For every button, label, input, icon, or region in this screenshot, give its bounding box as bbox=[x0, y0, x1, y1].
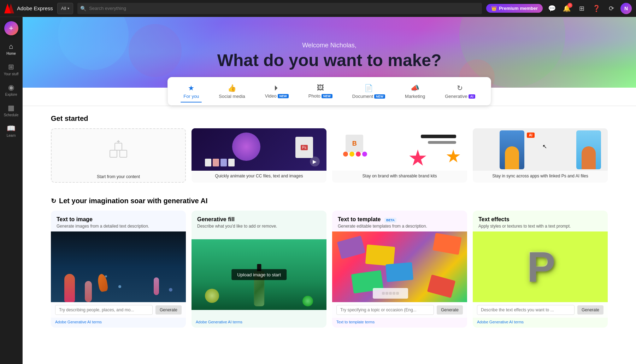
chat-button[interactable]: 💬 bbox=[546, 3, 558, 14]
tabs-inner: ★ For you 👍 Social media ⏵ Video NEW 🖼 bbox=[167, 77, 491, 106]
sidebar-item-schedule[interactable]: ▦ Schedule bbox=[0, 101, 22, 120]
animate-illustration: Ps ▶ bbox=[192, 128, 326, 171]
text-to-image-terms[interactable]: Adobe Generative AI terms bbox=[51, 318, 186, 328]
ai-card-generative-fill-header: Generative fill Describe what you'd like… bbox=[192, 211, 326, 231]
photo-icon: 🖼 bbox=[317, 84, 324, 92]
hero-welcome: Welcome Nicholas, bbox=[302, 42, 357, 49]
document-icon: 📄 bbox=[364, 84, 373, 92]
animate-card-label: Quickly animate your CC files, text and … bbox=[192, 171, 326, 181]
tab-video[interactable]: ⏵ Video NEW bbox=[255, 80, 299, 102]
ai-card-text-to-image-desc: Generate images from a detailed text des… bbox=[57, 224, 180, 229]
chevron-down-icon: ▾ bbox=[67, 6, 69, 10]
text-to-template-input[interactable] bbox=[336, 305, 434, 315]
ai-card-text-to-template-desc: Generate editable templates from a descr… bbox=[338, 224, 461, 229]
search-icon: 🔍 bbox=[80, 6, 86, 11]
filter-label: All bbox=[61, 6, 66, 11]
sidebar-item-learn-label: Learn bbox=[7, 134, 16, 137]
ai-card-text-to-template-img bbox=[332, 231, 467, 302]
get-started-grid: Start from your content Ps bbox=[51, 128, 608, 183]
started-card-upload[interactable]: Start from your content bbox=[51, 128, 186, 183]
text-effects-input[interactable] bbox=[477, 305, 575, 315]
sidebar-item-schedule-label: Schedule bbox=[4, 113, 19, 117]
tabs-container: ★ For you 👍 Social media ⏵ Video NEW 🖼 bbox=[23, 88, 636, 106]
main-content: Welcome Nicholas, What do you want to ma… bbox=[23, 17, 636, 364]
sync-button[interactable]: ⟳ bbox=[606, 3, 617, 14]
tab-social-media-label: Social media bbox=[219, 94, 245, 99]
sidebar-item-explore[interactable]: ◉ Explore bbox=[0, 80, 22, 99]
filter-dropdown[interactable]: All ▾ bbox=[57, 3, 73, 14]
generative-ai-badge: AI bbox=[469, 94, 475, 99]
text-to-template-terms[interactable]: Text to template terms bbox=[332, 318, 467, 328]
text-to-template-generate-btn[interactable]: Generate bbox=[437, 305, 463, 315]
ai-card-text-effects-desc: Apply styles or textures to text with a … bbox=[478, 224, 602, 229]
app-logo[interactable]: Adobe Express bbox=[4, 4, 53, 13]
tab-photo[interactable]: 🖼 Photo NEW bbox=[299, 80, 342, 102]
tab-document[interactable]: 📄 Document NEW bbox=[342, 80, 395, 102]
upload-card-label: Start from your content bbox=[52, 171, 185, 182]
home-icon: ⌂ bbox=[9, 42, 13, 51]
sidebar-item-your-stuff[interactable]: ⊞ Your stuff bbox=[0, 60, 22, 79]
ai-card-text-effects[interactable]: Text effects Apply styles or textures to… bbox=[473, 211, 608, 328]
svg-rect-3 bbox=[120, 150, 127, 157]
premium-member-button[interactable]: 👑 Premium member bbox=[486, 4, 543, 13]
tab-for-you-label: For you bbox=[183, 94, 199, 99]
ai-card-text-effects-footer: Generate bbox=[473, 302, 608, 318]
text-effects-terms[interactable]: Adobe Generative AI terms bbox=[473, 318, 608, 328]
adobe-logo-icon bbox=[4, 4, 14, 13]
generative-icon: ↻ bbox=[457, 84, 463, 92]
brand-card-label: Stay on brand with shareable brand kits bbox=[332, 171, 467, 181]
sync-card-label: Stay in sync across apps with linked Ps … bbox=[473, 171, 608, 181]
premium-label: Premium member bbox=[499, 6, 538, 11]
tab-generative-label: Generative bbox=[445, 94, 467, 99]
started-card-sync[interactable]: AI ↖ Stay in sync across apps with linke… bbox=[473, 128, 608, 183]
notification-badge: ! bbox=[567, 3, 572, 8]
user-avatar[interactable]: N bbox=[620, 3, 632, 14]
sidebar-item-your-stuff-label: Your stuff bbox=[4, 72, 19, 76]
nav-right: 👑 Premium member 💬 🔔 ! ⊞ ❓ ⟳ N bbox=[486, 3, 632, 14]
help-button[interactable]: ❓ bbox=[591, 3, 602, 14]
schedule-icon: ▦ bbox=[8, 104, 14, 112]
ai-card-text-effects-header: Text effects Apply styles or textures to… bbox=[473, 211, 608, 231]
brand-illustration: B bbox=[332, 128, 467, 171]
tab-generative[interactable]: ↻ Generative AI bbox=[435, 80, 485, 102]
tab-for-you[interactable]: ★ For you bbox=[173, 80, 209, 102]
upload-image-button[interactable]: Upload image to start bbox=[231, 269, 287, 280]
text-effects-generate-btn[interactable]: Generate bbox=[577, 305, 603, 315]
tab-document-label: Document bbox=[352, 94, 373, 99]
tab-marketing[interactable]: 📣 Marketing bbox=[395, 80, 435, 102]
your-stuff-icon: ⊞ bbox=[8, 63, 14, 71]
ai-section-title: ↻ Let your imagination soar with generat… bbox=[51, 197, 608, 205]
generative-fill-terms[interactable]: Adobe Generative AI terms bbox=[192, 318, 326, 328]
ai-card-text-to-image[interactable]: Text to image Generate images from a det… bbox=[51, 211, 186, 328]
crown-icon: 👑 bbox=[491, 6, 497, 11]
ai-card-generative-fill[interactable]: Generative fill Describe what you'd like… bbox=[192, 211, 326, 328]
ai-card-text-to-template[interactable]: Text to template BETA Generate editable … bbox=[332, 211, 467, 328]
sidebar-item-home[interactable]: ⌂ Home bbox=[0, 40, 22, 58]
ai-card-generative-fill-img: Upload image to start bbox=[192, 231, 326, 318]
app-name: Adobe Express bbox=[17, 5, 53, 11]
started-card-animate[interactable]: Ps ▶ Quickly animate your CC files, text… bbox=[192, 128, 326, 183]
ai-card-generative-fill-desc: Describe what you'd like to add or remov… bbox=[197, 224, 321, 229]
hero-title: What do you want to make? bbox=[217, 51, 442, 70]
tab-video-label: Video bbox=[265, 93, 277, 99]
ai-card-text-to-template-footer: Generate bbox=[332, 302, 467, 318]
ai-section: ↻ Let your imagination soar with generat… bbox=[23, 191, 636, 336]
apps-button[interactable]: ⊞ bbox=[576, 3, 587, 14]
text-to-image-input[interactable] bbox=[55, 305, 153, 315]
started-card-brand[interactable]: B Stay o bbox=[332, 128, 467, 183]
sidebar-item-learn[interactable]: 📖 Learn bbox=[0, 121, 22, 140]
document-new-badge: NEW bbox=[374, 94, 385, 99]
text-to-image-generate-btn[interactable]: Generate bbox=[155, 305, 182, 315]
photo-new-badge: NEW bbox=[322, 94, 332, 98]
marketing-icon: 📣 bbox=[411, 84, 419, 92]
chat-icon-wrap: 💬 bbox=[546, 3, 558, 14]
ai-card-text-to-image-img bbox=[51, 231, 186, 302]
search-input[interactable] bbox=[89, 6, 479, 11]
create-button[interactable]: + bbox=[4, 21, 18, 35]
tab-marketing-label: Marketing bbox=[405, 94, 425, 99]
learn-icon: 📖 bbox=[7, 124, 16, 133]
ai-card-generative-fill-title: Generative fill bbox=[197, 216, 321, 223]
tab-photo-label: Photo bbox=[308, 93, 320, 99]
ai-card-text-to-image-title: Text to image bbox=[57, 216, 180, 223]
tab-social-media[interactable]: 👍 Social media bbox=[209, 80, 255, 102]
